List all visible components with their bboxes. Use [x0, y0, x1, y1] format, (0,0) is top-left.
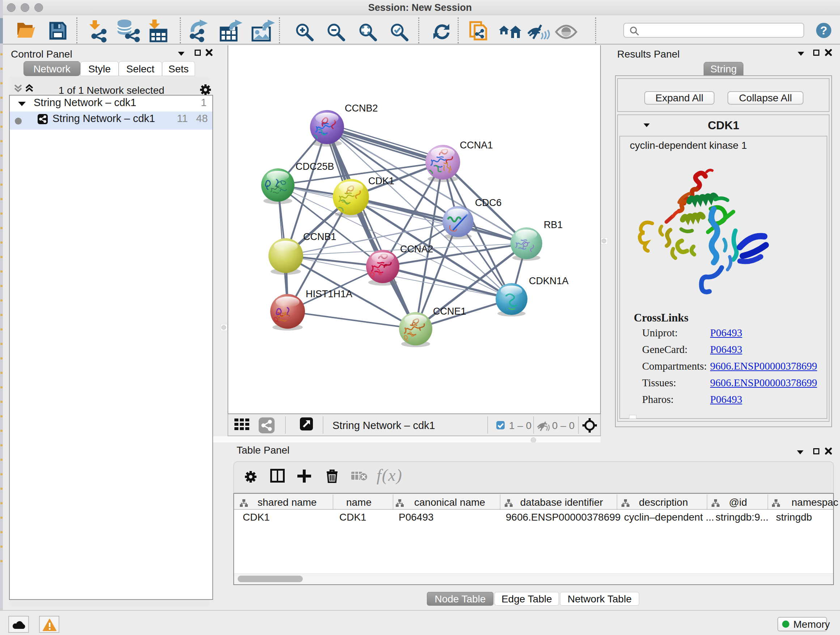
svg-text:CCNB2: CCNB2: [345, 103, 378, 114]
svg-text:CCNA1: CCNA1: [460, 140, 493, 150]
svg-text:CCNB1: CCNB1: [303, 231, 336, 242]
svg-text:CCNA2: CCNA2: [400, 244, 433, 255]
svg-text:CDK1: CDK1: [368, 176, 394, 187]
svg-text:CDC25B: CDC25B: [295, 161, 334, 172]
svg-text:RB1: RB1: [544, 219, 563, 230]
svg-text:?: ?: [820, 24, 827, 37]
svg-text:CDC6: CDC6: [475, 197, 502, 208]
svg-text:CCNE1: CCNE1: [433, 306, 466, 317]
svg-text:HIST1H1A: HIST1H1A: [306, 288, 352, 299]
svg-text:CDKN1A: CDKN1A: [529, 276, 569, 287]
